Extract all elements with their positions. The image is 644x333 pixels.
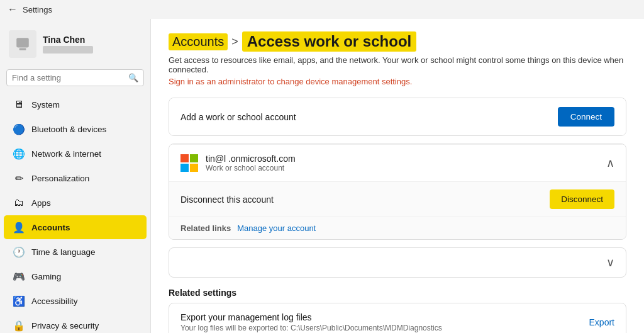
sidebar-item-time[interactable]: 🕐 Time & language: [4, 240, 147, 264]
title-bar: ← Settings: [0, 0, 644, 19]
ms-logo-green: [190, 154, 198, 162]
ms-logo-yellow: [190, 164, 198, 172]
svg-rect-0: [16, 38, 29, 47]
collapsed-card: ∨: [169, 247, 626, 278]
account-details: tin@l .onmicrosoft.com Work or school ac…: [206, 154, 296, 172]
accounts-icon: 👤: [13, 221, 25, 234]
main-layout: Tina Chen 🔍 🖥 System 🔵 Bluetooth & devic…: [0, 19, 644, 333]
apps-icon: 🗂: [13, 196, 25, 209]
ms-logo-blue: [180, 164, 189, 172]
gaming-icon: 🎮: [13, 270, 25, 283]
account-type: Work or school account: [206, 164, 296, 172]
sidebar-item-bluetooth-label: Bluetooth & devices: [31, 125, 106, 134]
sidebar-item-gaming-label: Gaming: [31, 272, 61, 281]
account-info-row: tin@l .onmicrosoft.com Work or school ac…: [169, 144, 626, 181]
account-email: tin@l .onmicrosoft.com: [206, 154, 296, 164]
export-info: Export your management log files Your lo…: [180, 312, 442, 332]
related-links-row: Related links Manage your account: [169, 217, 626, 239]
content-area: Accounts > Access work or school Get acc…: [151, 19, 644, 333]
sidebar-item-network[interactable]: 🌐 Network & internet: [4, 142, 147, 166]
sidebar: Tina Chen 🔍 🖥 System 🔵 Bluetooth & devic…: [0, 19, 151, 333]
sidebar-item-network-label: Network & internet: [31, 149, 101, 159]
search-input[interactable]: [12, 73, 128, 82]
search-icon: 🔍: [128, 73, 138, 82]
manage-account-link[interactable]: Manage your account: [237, 223, 316, 233]
sidebar-item-system[interactable]: 🖥 System: [4, 93, 147, 116]
sidebar-item-gaming[interactable]: 🎮 Gaming: [4, 264, 147, 288]
microsoft-logo: [180, 154, 198, 172]
user-name: Tina Chen: [43, 35, 93, 45]
breadcrumb: Accounts > Access work or school: [169, 31, 626, 52]
chevron-down-icon[interactable]: ∨: [606, 256, 614, 269]
breadcrumb-parent[interactable]: Accounts: [169, 33, 228, 50]
network-icon: 🌐: [13, 147, 25, 160]
personalization-icon: ✏: [13, 172, 25, 184]
avatar: [9, 30, 36, 58]
page-title: Access work or school: [242, 31, 416, 52]
page-description: Get access to resources like email, apps…: [169, 55, 626, 74]
account-header: tin@l .onmicrosoft.com Work or school ac…: [180, 154, 614, 172]
sidebar-item-personalization[interactable]: ✏ Personalization: [4, 166, 147, 190]
disconnect-button[interactable]: Disconnect: [550, 189, 614, 209]
export-path: Your log files will be exported to: C:\U…: [180, 324, 442, 332]
sidebar-item-privacy[interactable]: 🔒 Privacy & security: [4, 313, 147, 333]
accessibility-icon: ♿: [13, 295, 25, 307]
sidebar-item-accessibility[interactable]: ♿ Accessibility: [4, 289, 147, 313]
sidebar-item-system-label: System: [31, 100, 60, 110]
back-button[interactable]: ←: [8, 4, 18, 15]
admin-link[interactable]: Sign in as an administrator to change de…: [169, 77, 626, 86]
add-account-card: Add a work or school account Connect: [169, 98, 626, 136]
search-box[interactable]: 🔍: [6, 69, 144, 86]
add-account-row: Add a work or school account Connect: [169, 98, 626, 135]
system-icon: 🖥: [13, 98, 25, 111]
sidebar-item-time-label: Time & language: [31, 247, 96, 257]
sidebar-item-accessibility-label: Accessibility: [31, 296, 78, 306]
connected-account-card: tin@l .onmicrosoft.com Work or school ac…: [169, 144, 626, 240]
related-links-label: Related links: [180, 223, 231, 233]
sidebar-item-privacy-label: Privacy & security: [31, 321, 99, 330]
breadcrumb-chevron: >: [231, 35, 238, 48]
export-card: Export your management log files Your lo…: [169, 303, 626, 333]
svg-rect-1: [19, 48, 26, 50]
chevron-up-icon[interactable]: ∧: [606, 156, 614, 170]
export-row: Export your management log files Your lo…: [169, 303, 626, 333]
user-profile: Tina Chen: [0, 24, 150, 67]
user-info: Tina Chen: [43, 35, 93, 54]
add-account-label: Add a work or school account: [180, 112, 296, 122]
title-bar-title: Settings: [23, 5, 52, 14]
export-button[interactable]: Export: [589, 317, 614, 327]
sidebar-item-apps[interactable]: 🗂 Apps: [4, 191, 147, 215]
connect-button[interactable]: Connect: [558, 107, 614, 127]
account-info: tin@l .onmicrosoft.com Work or school ac…: [180, 154, 296, 172]
export-title: Export your management log files: [180, 312, 442, 322]
time-icon: 🕐: [13, 246, 25, 258]
disconnect-row: Disconnect this account Disconnect: [169, 181, 626, 217]
related-settings-title: Related settings: [169, 288, 626, 298]
privacy-icon: 🔒: [13, 319, 25, 332]
sidebar-item-bluetooth[interactable]: 🔵 Bluetooth & devices: [4, 117, 147, 141]
ms-logo-red: [180, 154, 189, 162]
bluetooth-icon: 🔵: [13, 123, 25, 135]
sidebar-item-accounts-label: Accounts: [31, 223, 70, 232]
sidebar-item-personalization-label: Personalization: [31, 174, 89, 183]
collapsed-row: ∨: [169, 248, 626, 277]
sidebar-item-apps-label: Apps: [31, 198, 51, 208]
sidebar-item-accounts[interactable]: 👤 Accounts: [4, 215, 147, 239]
content-inner: Accounts > Access work or school Get acc…: [151, 19, 644, 333]
disconnect-label: Disconnect this account: [180, 195, 274, 205]
user-email: [43, 46, 93, 54]
